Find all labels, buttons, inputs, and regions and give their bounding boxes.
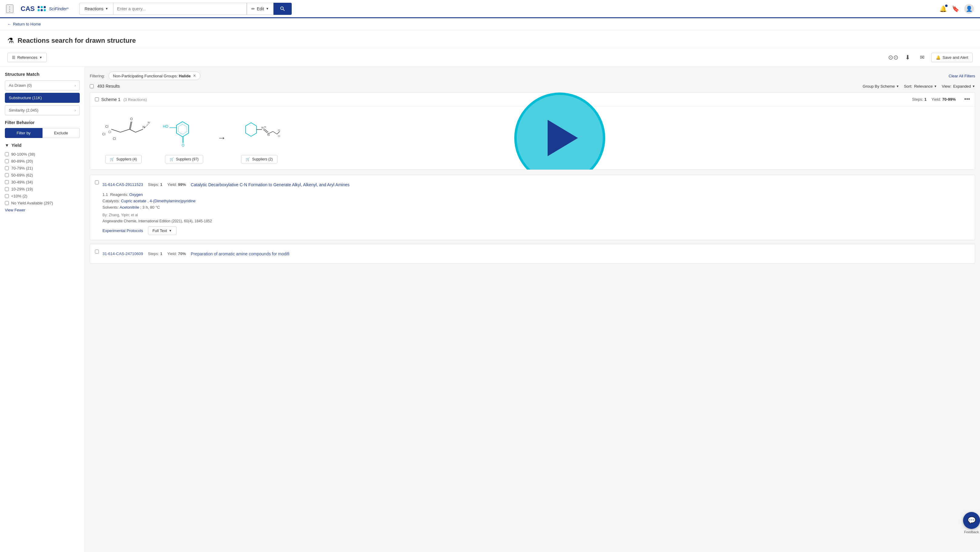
bookmarks-button[interactable]: 🔖: [952, 5, 959, 13]
match-option-as-drawn[interactable]: As Drawn (0) ›: [5, 80, 80, 91]
catalyst-2-link[interactable]: 4-(Dimethylamino)pyridine: [150, 199, 196, 203]
molecule-box-3: N H O Cl Cl 🛒: [232, 113, 286, 164]
svg-line-27: [264, 129, 268, 132]
cart-icon-2: 🛒: [170, 157, 174, 161]
filter-behavior-buttons: Filter by Exclude: [5, 128, 80, 138]
page-title: Reactions search for drawn structure: [18, 37, 136, 45]
sort-label: Sort:: [904, 84, 912, 89]
view-control: View: Expanded ▼: [942, 84, 975, 89]
bell-small-icon: 🔔: [936, 55, 940, 60]
references-chevron: ▼: [39, 56, 42, 59]
cart-icon-3: 🛒: [246, 157, 250, 161]
download-button[interactable]: ⬇: [902, 52, 913, 63]
group-by-label: Group By Scheme: [863, 84, 895, 89]
results-controls: Group By Scheme ▼ Sort: Relevance ▼ View…: [863, 84, 975, 89]
filter-remove-button[interactable]: ×: [193, 73, 196, 78]
svg-line-12: [147, 124, 148, 126]
yield-item-70: 70-79% (21): [5, 165, 80, 172]
result-id-1[interactable]: 31-614-CAS-29111523: [102, 182, 143, 187]
result-id-2[interactable]: 31-614-CAS-24710609: [102, 251, 143, 256]
full-text-button[interactable]: Full Text ▼: [148, 226, 177, 235]
yield-checkbox-50[interactable]: [5, 173, 9, 177]
breadcrumb-arrow: ←: [7, 22, 11, 26]
result-author-1: By: Zhang, Yipin; et al: [102, 213, 970, 217]
edit-label: Edit: [257, 6, 264, 11]
breadcrumb[interactable]: ← Return to Home: [0, 18, 980, 30]
svg-line-31: [277, 131, 280, 134]
experimental-protocols-link[interactable]: Experimental Protocols: [102, 228, 143, 233]
view-dropdown[interactable]: Expanded ▼: [953, 84, 975, 89]
filter-tag-text: Non-Participating Functional Groups: Hal…: [113, 74, 191, 78]
cas-logo: CAS SciFinderⁿ: [21, 5, 68, 13]
chevron-right-icon-2: ›: [75, 108, 76, 113]
compare-button[interactable]: ⊙⊙: [888, 53, 899, 61]
result-checkbox-2[interactable]: [95, 250, 99, 254]
search-input[interactable]: [113, 3, 247, 15]
sort-dropdown[interactable]: Relevance ▼: [914, 84, 937, 89]
catalysts-label: Catalysts:: [102, 199, 121, 203]
view-fewer-button[interactable]: View Fewer: [5, 207, 80, 213]
yield-checkbox-10[interactable]: [5, 187, 9, 191]
save-alert-button[interactable]: 🔔 Save and Alert: [931, 53, 973, 62]
suppliers-label-2: Suppliers (97): [176, 157, 199, 161]
breadcrumb-label: Return to Home: [13, 22, 41, 26]
scheme-checkbox-1[interactable]: [95, 97, 99, 101]
result-title-2[interactable]: Preparation of aromatic amine compounds …: [191, 251, 970, 256]
user-avatar[interactable]: 👤: [964, 4, 974, 14]
suppliers-button-1[interactable]: 🛒 Suppliers (4): [105, 155, 141, 164]
yield-item-90: 90-100% (38): [5, 151, 80, 158]
catalyst-1-link[interactable]: Cupric acetate: [121, 199, 146, 203]
yield-checkbox-80[interactable]: [5, 159, 9, 163]
match-option-similarity[interactable]: Similarity (2,045) ›: [5, 105, 80, 115]
yield-checkbox-70[interactable]: [5, 166, 9, 170]
molecule-svg-3: N H O Cl Cl: [232, 113, 286, 152]
edit-button[interactable]: ✏ Edit ▼: [247, 3, 274, 15]
molecule-svg-2: HO O: [157, 113, 212, 152]
result-checkbox-1[interactable]: [95, 180, 99, 185]
exclude-button[interactable]: Exclude: [43, 128, 80, 138]
scheme-options-button[interactable]: •••: [964, 96, 970, 102]
feedback-label: Feedback: [964, 530, 979, 534]
filter-by-button[interactable]: Filter by: [5, 128, 43, 138]
sort-control: Sort: Relevance ▼: [904, 84, 937, 89]
view-label: View:: [942, 84, 951, 89]
menu-icon[interactable]: ⋮: [6, 5, 13, 13]
flask-icon: ⚗: [7, 37, 14, 45]
clear-all-filters-button[interactable]: Clear All Filters: [949, 74, 975, 78]
references-icon: ☰: [12, 55, 16, 60]
svg-text:HO: HO: [163, 124, 168, 129]
yield-item-80: 80-89% (20): [5, 158, 80, 165]
result-footer-1: Experimental Protocols Full Text ▼: [102, 226, 970, 235]
content-area: Filtering: Non-Participating Functional …: [85, 67, 980, 552]
email-button[interactable]: ✉: [916, 52, 928, 63]
suppliers-button-2[interactable]: 🛒 Suppliers (97): [165, 155, 203, 164]
search-icon: [280, 6, 286, 12]
scifinder-text: SciFinderⁿ: [49, 6, 68, 11]
yield-checkbox-30[interactable]: [5, 180, 9, 184]
svg-marker-17: [178, 124, 187, 134]
yield-label: Yield: 70-99%: [931, 97, 956, 102]
feedback-button[interactable]: 💬: [963, 512, 980, 529]
yield-checkbox-less10[interactable]: [5, 194, 9, 198]
yield-checkbox-90[interactable]: [5, 152, 9, 156]
yield-checkbox-no-yield[interactable]: [5, 201, 9, 205]
result-meta-2: Steps: 1 Yield: 70%: [148, 251, 186, 256]
search-button[interactable]: [274, 3, 292, 15]
suppliers-button-3[interactable]: 🛒 Suppliers (2): [241, 155, 277, 164]
results-count: 493 Results: [97, 84, 120, 89]
group-by-dropdown[interactable]: Group By Scheme ▼: [863, 84, 899, 89]
references-button[interactable]: ☰ References ▼: [7, 53, 47, 62]
notifications-button[interactable]: 🔔: [939, 5, 947, 13]
yield-item-50: 50-69% (62): [5, 172, 80, 179]
match-option-substructure[interactable]: Substructure (11K): [5, 93, 80, 103]
search-type-dropdown[interactable]: Reactions ▼: [80, 3, 113, 15]
solvents-link[interactable]: Acetonitrile: [119, 205, 139, 210]
select-all-checkbox[interactable]: [90, 84, 94, 88]
toolbar-right: ⊙⊙ ⬇ ✉ 🔔 Save and Alert: [888, 52, 973, 63]
result-title-1[interactable]: Catalytic Decarboxylative C-N Formation …: [191, 182, 970, 187]
page-title-suffix: drawn structure: [86, 37, 136, 44]
yield-header[interactable]: ▼ Yield: [5, 143, 80, 148]
reagents-link[interactable]: Oxygen: [129, 192, 143, 197]
reaction-diagram: Cl Cl Cl O N: [90, 107, 975, 170]
svg-text:H: H: [264, 126, 266, 128]
